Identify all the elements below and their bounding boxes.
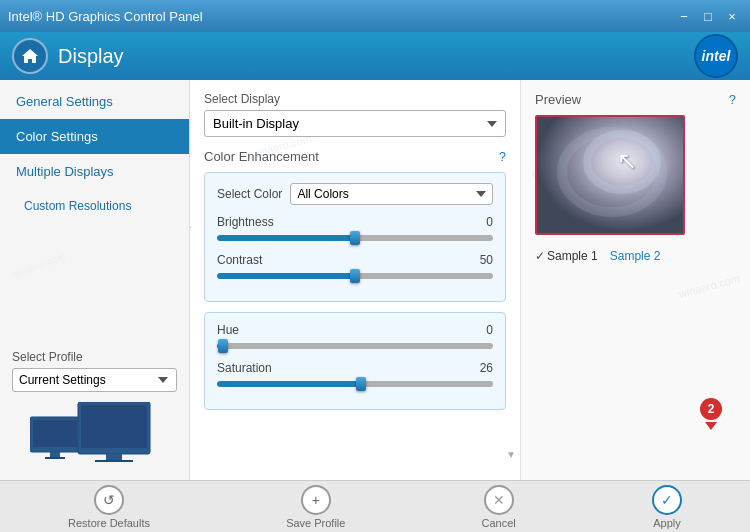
select-color-row: Select Color All Colors [217,183,493,205]
minimize-button[interactable]: − [674,6,694,26]
color-select[interactable]: All Colors [290,183,493,205]
sidebar-item-color[interactable]: Color Settings [0,119,189,154]
scroll-hint: ▼ [506,449,516,460]
color-enhancement-header: Color Enhancement ? [204,149,506,164]
apply-button[interactable]: ✓ Apply [652,485,682,529]
saturation-thumb[interactable] [356,377,366,391]
home-icon[interactable] [12,38,48,74]
close-button[interactable]: × [722,6,742,26]
svg-rect-9 [33,420,77,447]
color-enhancement-label: Color Enhancement [204,149,319,164]
marker-2-container: 2 [700,398,722,430]
restore-icon: ↺ [94,485,124,515]
marker-2: 2 [700,398,722,420]
title-bar-text: Intel® HD Graphics Control Panel [8,9,203,24]
maximize-button[interactable]: □ [698,6,718,26]
monitor-image [0,400,189,480]
saturation-value: 26 [469,361,493,375]
hue-slider[interactable] [217,339,493,353]
sidebar-item-general[interactable]: General Settings [0,84,189,119]
title-bar: Intel® HD Graphics Control Panel − □ × [0,0,750,32]
contrast-label: Contrast [217,253,262,267]
sample2-link[interactable]: Sample 2 [610,249,661,263]
select-profile-label: Select Profile [12,350,177,364]
contrast-row: Contrast 50 [217,253,493,283]
saturation-fill [217,381,361,387]
hue-row: Hue 0 [217,323,493,353]
select-profile-section: Select Profile Current Settings [0,338,189,400]
main-layout: General Settings Color Settings Multiple… [0,80,750,480]
intel-logo: intel [694,34,738,78]
preview-label: Preview [535,92,581,107]
hue-track [217,343,493,349]
select-display-label: Select Display [204,92,506,106]
contrast-slider[interactable] [217,269,493,283]
saturation-row: Saturation 26 [217,361,493,391]
saturation-slider[interactable] [217,377,493,391]
restore-defaults-button[interactable]: ↺ Restore Defaults [68,485,150,529]
brightness-row: Brightness 0 [217,215,493,245]
restore-label: Restore Defaults [68,517,150,529]
brightness-slider[interactable] [217,231,493,245]
contrast-value: 50 [469,253,493,267]
display-select[interactable]: Built-in Display [204,110,506,137]
color-enhancement-help-icon[interactable]: ? [499,149,506,164]
footer: ↺ Restore Defaults + Save Profile ✕ Canc… [0,480,750,532]
sidebar-nav: General Settings Color Settings Multiple… [0,84,189,223]
cancel-label: Cancel [482,517,516,529]
brightness-thumb[interactable] [350,231,360,245]
save-profile-button[interactable]: + Save Profile [286,485,345,529]
enhancement-box: 1 Select Color All Colors Brightness 0 [204,172,506,302]
brightness-value: 0 [469,215,493,229]
cancel-icon: ✕ [484,485,514,515]
saturation-label: Saturation [217,361,272,375]
save-label: Save Profile [286,517,345,529]
sample-row: Sample 1 Sample 2 [535,249,736,263]
preview-panel: winaero.com winaero.com Preview ? [520,80,750,480]
svg-rect-2 [50,452,60,457]
content-area: winaero.com winaero.com Select Display B… [190,80,520,480]
apply-icon: ✓ [652,485,682,515]
marker1-arrow [190,221,191,233]
svg-rect-8 [81,405,147,448]
sample1-label[interactable]: Sample 1 [535,249,598,263]
save-icon: + [301,485,331,515]
preview-watermark2: winaero.com [677,272,740,300]
svg-rect-3 [45,457,65,459]
preview-help-icon[interactable]: ? [729,92,736,107]
cancel-button[interactable]: ✕ Cancel [482,485,516,529]
app-header: Display intel [0,32,750,80]
hue-value: 0 [469,323,493,337]
apply-label: Apply [653,517,681,529]
header-title: Display [58,45,124,68]
hue-label: Hue [217,323,239,337]
brightness-label: Brightness [217,215,274,229]
brightness-fill [217,235,355,241]
preview-image: ↖ [535,115,685,235]
title-bar-controls: − □ × [674,6,742,26]
profile-select[interactable]: Current Settings [12,368,177,392]
contrast-thumb[interactable] [350,269,360,283]
sidebar-item-multiple[interactable]: Multiple Displays [0,154,189,189]
cursor-icon: ↖ [617,147,637,175]
sidebar: General Settings Color Settings Multiple… [0,80,190,480]
sidebar-item-custom[interactable]: Custom Resolutions [0,189,189,223]
svg-rect-6 [106,454,122,460]
contrast-fill [217,273,355,279]
marker2-arrow [705,422,717,430]
preview-svg [537,117,683,233]
preview-header: Preview ? [535,92,736,107]
hue-thumb[interactable] [218,339,228,353]
svg-rect-7 [95,460,133,462]
hs-box: Hue 0 Saturation 26 [204,312,506,410]
watermark: winaero.com [10,251,67,281]
select-color-label: Select Color [217,187,282,201]
